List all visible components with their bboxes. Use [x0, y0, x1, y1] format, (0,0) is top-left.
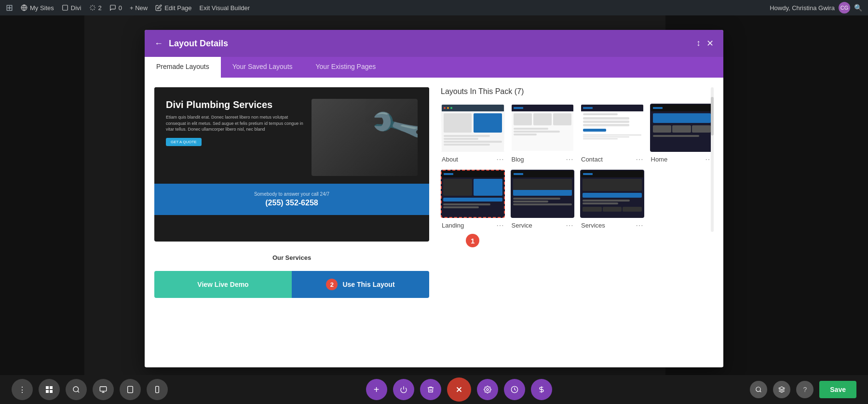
exit-builder-link[interactable]: Exit Visual Builder: [200, 4, 250, 12]
layout-name-home: Home: [651, 156, 668, 163]
preview-panel: Divi Plumbing Services Etiam quis blandi…: [154, 87, 429, 357]
svg-point-22: [756, 387, 760, 391]
layout-name-service: Service: [512, 222, 532, 229]
view-live-demo-button[interactable]: View Live Demo: [154, 271, 292, 298]
layout-item-service[interactable]: Service ⋯: [511, 170, 575, 247]
close-button[interactable]: [447, 377, 471, 402]
grid-view-button[interactable]: [39, 379, 60, 400]
bottom-toolbar: ⋮ +: [0, 375, 868, 404]
layout-thumb-about[interactable]: [441, 104, 505, 152]
desktop-view-button[interactable]: [93, 379, 114, 400]
modal-title: Layout Details: [169, 39, 691, 49]
layout-thumb-blog[interactable]: [511, 104, 575, 152]
layout-thumb-landing[interactable]: [441, 170, 505, 218]
preview-call-text: Somebody to answer your call 24/7: [164, 191, 420, 197]
layout-item-services[interactable]: Services ⋯: [580, 170, 644, 247]
layouts-grid: About ⋯: [441, 104, 714, 247]
layout-name-landing: Landing: [442, 222, 464, 229]
layout-item-home[interactable]: Home ⋯: [650, 104, 714, 164]
comments-link[interactable]: 0: [109, 4, 122, 12]
layers-button[interactable]: [773, 381, 790, 398]
layout-menu-landing[interactable]: ⋯: [496, 221, 504, 230]
svg-rect-14: [156, 386, 159, 392]
modal-body: Divi Plumbing Services Etiam quis blandi…: [145, 78, 723, 367]
svg-line-8: [78, 391, 79, 392]
mobile-view-button[interactable]: [147, 379, 168, 400]
step-badge-2: 2: [326, 279, 338, 290]
svg-rect-12: [128, 386, 133, 392]
help-button[interactable]: ?: [796, 381, 814, 398]
layout-item-blog[interactable]: Blog ⋯: [511, 104, 575, 164]
revisions-link[interactable]: 2: [89, 4, 102, 12]
layout-menu-blog[interactable]: ⋯: [566, 155, 573, 164]
new-link[interactable]: + New: [130, 4, 148, 12]
layout-item-about[interactable]: About ⋯: [441, 104, 505, 164]
preview-cta-button[interactable]: GET A QUOTE: [166, 138, 202, 146]
topbar: ⊞ My Sites Divi 2 0 + New Edit Page Exit…: [0, 0, 868, 15]
layout-item-landing[interactable]: Landing ⋯ 1: [441, 170, 505, 247]
svg-point-7: [73, 387, 79, 392]
wrench-icon: 🔧: [366, 99, 418, 158]
layouts-panel: Layouts In This Pack (7): [441, 87, 714, 357]
layout-thumb-contact[interactable]: [580, 104, 644, 152]
preview-phone: (255) 352-6258: [164, 199, 420, 207]
save-button[interactable]: Save: [819, 381, 856, 398]
svg-rect-3: [46, 386, 49, 389]
selected-badge-1: 1: [466, 234, 479, 247]
settings-button[interactable]: [477, 379, 498, 400]
trash-button[interactable]: [420, 379, 441, 400]
layout-menu-contact[interactable]: ⋯: [636, 155, 643, 164]
power-button[interactable]: [393, 379, 414, 400]
preview-body-text: Etiam quis blandit erat. Donec laoreet l…: [166, 114, 304, 133]
avatar-icon: CG: [839, 2, 850, 13]
divi-link[interactable]: Divi: [62, 4, 81, 12]
modal-tabs: Premade Layouts Your Saved Layouts Your …: [145, 57, 723, 78]
svg-rect-2: [63, 5, 68, 11]
preview-image: Divi Plumbing Services Etiam quis blandi…: [154, 87, 429, 242]
layout-name-blog: Blog: [512, 156, 524, 163]
modal-header: ← Layout Details ↕ ✕: [145, 30, 723, 57]
edit-page-link[interactable]: Edit Page: [155, 4, 191, 12]
bottom-toolbar-center: +: [366, 377, 552, 402]
wp-logo[interactable]: ⊞: [6, 2, 13, 13]
tab-premade-layouts[interactable]: Premade Layouts: [145, 57, 221, 78]
layouts-scrollbar[interactable]: [711, 87, 714, 232]
svg-rect-9: [100, 387, 106, 391]
layout-menu-service[interactable]: ⋯: [566, 221, 573, 230]
modal-sort-icon[interactable]: ↕: [696, 38, 701, 49]
search-small-button[interactable]: [750, 381, 767, 398]
more-options-button[interactable]: ⋮: [12, 379, 33, 400]
preview-cta-section: Somebody to answer your call 24/7 (255) …: [154, 184, 429, 215]
tablet-view-button[interactable]: [120, 379, 141, 400]
layout-thumb-services[interactable]: [580, 170, 644, 218]
preview-actions: View Live Demo 2 Use This Layout: [154, 271, 429, 298]
search-button[interactable]: [66, 379, 87, 400]
layout-name-contact: Contact: [581, 156, 603, 163]
compare-button[interactable]: [531, 379, 552, 400]
my-sites-link[interactable]: My Sites: [21, 4, 54, 12]
preview-title: Divi Plumbing Services: [166, 99, 304, 110]
add-section-button[interactable]: +: [366, 379, 387, 400]
user-greeting: Howdy, Christina Gwira: [770, 4, 835, 12]
preview-hero-image: 🔧: [312, 99, 418, 176]
layout-menu-about[interactable]: ⋯: [496, 155, 504, 164]
layout-menu-services[interactable]: ⋯: [636, 221, 643, 230]
history-button[interactable]: [504, 379, 525, 400]
modal-back-icon[interactable]: ←: [154, 39, 163, 49]
svg-rect-6: [50, 390, 53, 393]
tab-existing-pages[interactable]: Your Existing Pages: [304, 57, 388, 78]
layout-item-contact[interactable]: Contact ⋯: [580, 104, 644, 164]
layout-details-modal: ← Layout Details ↕ ✕ Premade Layouts You…: [145, 30, 723, 367]
preview-services-label: Our Services: [154, 249, 429, 263]
layouts-scrollbar-thumb[interactable]: [711, 97, 714, 135]
layout-thumb-service[interactable]: [511, 170, 575, 218]
search-icon[interactable]: 🔍: [854, 4, 862, 12]
modal-close-icon[interactable]: ✕: [706, 38, 714, 49]
layout-name-about: About: [442, 156, 458, 163]
modal-overlay: ← Layout Details ↕ ✕ Premade Layouts You…: [0, 15, 868, 375]
svg-line-23: [760, 391, 761, 392]
tab-saved-layouts[interactable]: Your Saved Layouts: [221, 57, 304, 78]
layout-name-services: Services: [581, 222, 605, 229]
layout-thumb-home[interactable]: [650, 104, 714, 152]
use-this-layout-button[interactable]: 2 Use This Layout: [292, 271, 429, 298]
